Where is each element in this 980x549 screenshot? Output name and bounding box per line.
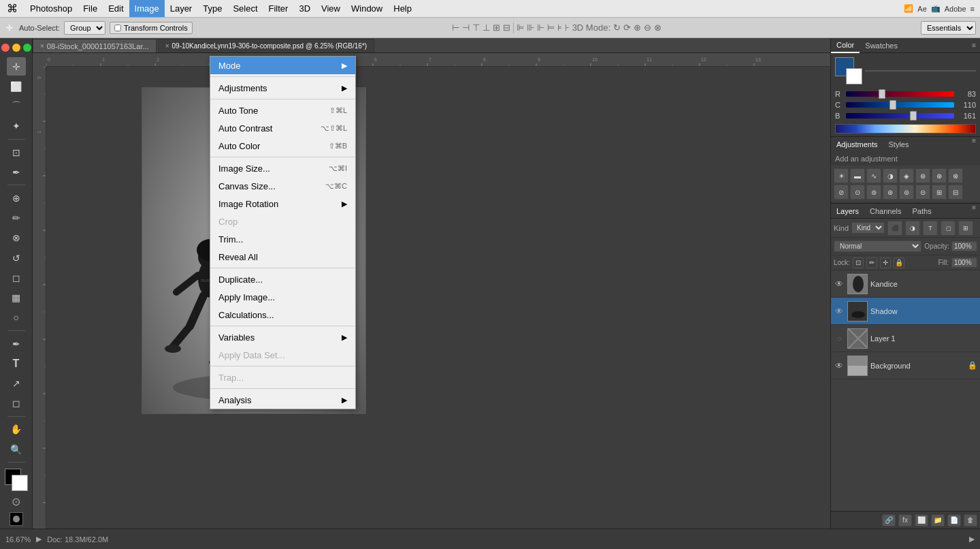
- kind-text-icon[interactable]: T: [923, 221, 938, 236]
- color-panel-collapse[interactable]: ≡: [968, 42, 980, 49]
- menu-autotone[interactable]: Auto Tone ⇧⌘L: [210, 101, 355, 119]
- quick-select-tool[interactable]: ✦: [7, 117, 26, 136]
- adj-exposure-icon[interactable]: ◑: [883, 168, 898, 183]
- 3d-pan-icon[interactable]: ⊕: [634, 22, 641, 33]
- align-middle-v-icon[interactable]: ⊞: [493, 22, 500, 33]
- color-spectrum[interactable]: [865, 70, 976, 72]
- autoselect-dropdown[interactable]: Group Layer: [64, 21, 105, 35]
- crop-tool[interactable]: ⊡: [7, 143, 26, 161]
- distribute-c-icon[interactable]: ⊪: [527, 22, 534, 33]
- distribute-l-icon[interactable]: ⊫: [517, 22, 524, 33]
- quick-mask-btn[interactable]: [10, 512, 23, 526]
- new-group-btn[interactable]: 📁: [931, 514, 945, 527]
- adj-photofilter-icon[interactable]: ⊘: [834, 185, 849, 200]
- maximize-btn[interactable]: [23, 44, 31, 52]
- menu-layer[interactable]: Layer: [165, 0, 198, 17]
- lock-pixels-icon[interactable]: ✏: [866, 257, 877, 268]
- adj-vibrance-icon[interactable]: ◈: [899, 168, 914, 183]
- adj-posterize-icon[interactable]: ⊜: [899, 185, 914, 200]
- menu-revealall[interactable]: Reveal All: [210, 248, 355, 266]
- adj-selectivecolor-icon[interactable]: ⊟: [948, 185, 963, 200]
- color-gradient-bar[interactable]: [835, 124, 976, 134]
- minimize-btn[interactable]: [12, 44, 20, 52]
- b-slider[interactable]: [846, 113, 954, 119]
- menu-adjustments[interactable]: Adjustments ▶: [210, 79, 355, 97]
- c-slider[interactable]: [846, 102, 954, 108]
- apple-menu[interactable]: ⌘: [0, 2, 24, 15]
- align-bottom-icon[interactable]: ⊟: [503, 22, 510, 33]
- distribute-b-icon[interactable]: ⊦: [565, 22, 570, 33]
- menu-type[interactable]: Type: [197, 0, 227, 17]
- menu-select[interactable]: Select: [227, 0, 263, 17]
- opacity-value[interactable]: 100%: [951, 241, 977, 251]
- menu-imagerotation[interactable]: Image Rotation ▶: [210, 195, 355, 213]
- add-mask-btn[interactable]: ⬜: [915, 514, 928, 527]
- menu-file[interactable]: File: [78, 0, 103, 17]
- menu-analysis[interactable]: Analysis ▶: [210, 391, 355, 409]
- menu-autocontrast[interactable]: Auto Contrast ⌥⇧⌘L: [210, 119, 355, 137]
- menu-window[interactable]: Window: [346, 0, 388, 17]
- 3d-slide-icon[interactable]: ⊖: [644, 22, 651, 33]
- lock-transparent-icon[interactable]: ⊡: [853, 257, 864, 268]
- menu-variables[interactable]: Variables ▶: [210, 328, 355, 346]
- color-tab[interactable]: Color: [831, 38, 860, 53]
- distribute-m-icon[interactable]: ⊧: [557, 22, 562, 33]
- add-style-btn[interactable]: fx: [898, 514, 912, 527]
- adj-colorbalance-icon[interactable]: ⊕: [932, 168, 947, 183]
- adj-invert-icon[interactable]: ⊛: [883, 185, 898, 200]
- menu-applyimage[interactable]: Apply Image...: [210, 288, 355, 306]
- gradient-tool[interactable]: ▦: [7, 289, 26, 307]
- link-layers-btn[interactable]: 🔗: [882, 514, 896, 527]
- menu-canvassize[interactable]: Canvas Size... ⌥⌘C: [210, 177, 355, 195]
- adj-gradient-map-icon[interactable]: ⊞: [932, 185, 947, 200]
- move-tool[interactable]: ✛: [7, 57, 26, 76]
- menu-edit[interactable]: Edit: [103, 0, 129, 17]
- adj-tab-styles[interactable]: Styles: [883, 137, 915, 152]
- clone-tool[interactable]: ⊗: [7, 229, 26, 247]
- layer-kandice[interactable]: 👁 Kandice: [831, 270, 980, 298]
- layer-shadow-visibility[interactable]: 👁: [834, 306, 845, 317]
- adj-panel-collapse[interactable]: ≡: [968, 137, 980, 152]
- menu-autocolor[interactable]: Auto Color ⇧⌘B: [210, 137, 355, 155]
- lock-all-icon[interactable]: 🔒: [894, 257, 904, 268]
- distribute-r-icon[interactable]: ⊩: [537, 22, 544, 33]
- 3d-rotate-icon[interactable]: ↻: [613, 22, 621, 33]
- fill-value[interactable]: 100%: [951, 257, 977, 268]
- layers-tab-channels[interactable]: Channels: [864, 204, 906, 218]
- dodge-tool[interactable]: ○: [7, 309, 26, 327]
- adj-colorlookup-icon[interactable]: ⊚: [866, 185, 881, 200]
- essentials-dropdown[interactable]: Essentials: [921, 21, 976, 35]
- tab1-close[interactable]: ×: [40, 42, 44, 50]
- move-tool-icon[interactable]: ✛: [4, 22, 15, 33]
- history-brush-tool[interactable]: ↺: [7, 249, 26, 267]
- layers-tab-layers[interactable]: Layers: [831, 204, 864, 218]
- adj-levels-icon[interactable]: ▬: [850, 168, 865, 183]
- kind-filter-select[interactable]: Kind: [851, 222, 885, 234]
- adj-curves-icon[interactable]: ∿: [866, 168, 881, 183]
- canvas-tab-2[interactable]: × 09-10KandiceLynn19-306-to-composite.ps…: [158, 39, 374, 52]
- status-arrow[interactable]: ▶: [36, 535, 42, 544]
- menu-imagesize[interactable]: Image Size... ⌥⌘I: [210, 159, 355, 177]
- menu-view[interactable]: View: [316, 0, 346, 17]
- swatches-tab[interactable]: Swatches: [860, 38, 903, 53]
- heal-tool[interactable]: ⊕: [7, 189, 26, 207]
- new-layer-btn[interactable]: 📄: [947, 514, 961, 527]
- 3d-scale-icon[interactable]: ⊗: [654, 22, 662, 33]
- transform-controls-checkbox[interactable]: Transform Controls: [110, 22, 193, 34]
- distribute-t-icon[interactable]: ⊨: [547, 22, 555, 33]
- kind-smart-icon[interactable]: ⊞: [958, 221, 973, 236]
- menu-photoshop[interactable]: Photoshop: [24, 0, 78, 17]
- kind-pixel-icon[interactable]: ⬛: [887, 221, 902, 236]
- layer-background-visibility[interactable]: 👁: [834, 360, 845, 371]
- adj-tab-adjustments[interactable]: Adjustments: [831, 137, 883, 152]
- align-center-h-icon[interactable]: ⊣: [462, 22, 470, 33]
- pen-tool[interactable]: ✒: [7, 334, 26, 353]
- align-top-icon[interactable]: ⊥: [483, 22, 490, 33]
- adj-threshold-icon[interactable]: ⊝: [915, 185, 930, 200]
- menu-trim[interactable]: Trim...: [210, 230, 355, 248]
- eraser-tool[interactable]: ◻: [7, 268, 26, 287]
- delete-layer-btn[interactable]: 🗑: [964, 514, 977, 527]
- lock-position-icon[interactable]: ✛: [880, 257, 891, 268]
- adj-bw-icon[interactable]: ⊗: [948, 168, 963, 183]
- brush-tool[interactable]: ✏: [7, 209, 26, 228]
